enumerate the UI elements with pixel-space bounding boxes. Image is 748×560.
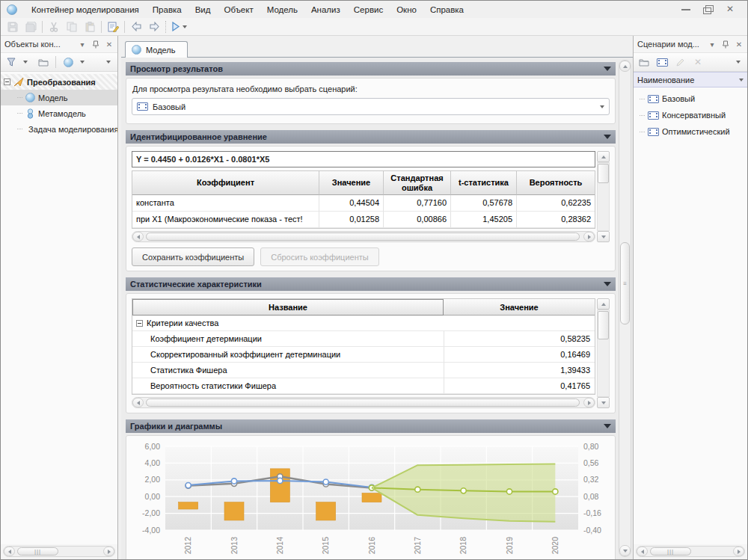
table-cell[interactable]: 0,62235 bbox=[517, 195, 595, 212]
filter-dropdown-arrow[interactable] bbox=[23, 61, 28, 64]
table-cell[interactable]: 0,28362 bbox=[517, 212, 595, 228]
scroll-thumb[interactable] bbox=[146, 233, 580, 241]
scroll-left-button[interactable] bbox=[132, 232, 144, 241]
menu-model[interactable]: Модель bbox=[260, 3, 304, 16]
minimize-button[interactable] bbox=[680, 5, 692, 14]
restore-button[interactable] bbox=[702, 5, 714, 14]
menu-object[interactable]: Объект bbox=[218, 3, 260, 16]
section-charts-header[interactable]: Графики и диаграммы bbox=[126, 419, 616, 433]
collapse-arrow-icon[interactable] bbox=[604, 135, 611, 139]
coefficients-hscrollbar[interactable] bbox=[132, 231, 595, 242]
scenarios-hscrollbar[interactable]: ||| bbox=[636, 546, 745, 557]
folder-button[interactable] bbox=[636, 55, 652, 70]
scroll-right-button[interactable] bbox=[103, 547, 114, 556]
section-stats-header[interactable]: Статистические характеристики bbox=[126, 277, 616, 291]
name-column-header[interactable]: Наименование bbox=[634, 72, 747, 87]
coefficients-vscrollbar[interactable] bbox=[597, 151, 610, 242]
stats-hscrollbar[interactable] bbox=[132, 397, 595, 408]
scroll-thumb[interactable]: ||| bbox=[17, 547, 58, 556]
pin-icon[interactable] bbox=[721, 40, 730, 49]
save-all-button[interactable] bbox=[22, 19, 40, 34]
objects-hscrollbar[interactable]: ||| bbox=[3, 546, 115, 557]
scroll-up-button[interactable] bbox=[597, 298, 610, 310]
scroll-down-button[interactable] bbox=[619, 545, 631, 556]
table-cell[interactable]: 0,44504 bbox=[319, 195, 384, 212]
toolbar-overflow-arrow[interactable] bbox=[106, 61, 111, 64]
collapse-arrow-icon[interactable] bbox=[604, 67, 611, 71]
menu-edit[interactable]: Правка bbox=[146, 3, 188, 16]
table-cell[interactable]: 0,57678 bbox=[451, 195, 517, 212]
panel-close-icon[interactable]: ✕ bbox=[105, 40, 114, 49]
scroll-track[interactable]: ≡ bbox=[619, 73, 631, 544]
scenario-item-base[interactable]: Базовый bbox=[634, 90, 747, 107]
save-button[interactable] bbox=[4, 19, 22, 34]
panel-close-icon[interactable]: ✕ bbox=[735, 40, 744, 49]
scroll-left-button[interactable] bbox=[637, 547, 648, 556]
table-cell[interactable]: константа bbox=[132, 195, 319, 212]
cut-button[interactable] bbox=[45, 19, 63, 34]
panel-menu-arrow-icon[interactable]: ▾ bbox=[708, 40, 717, 49]
scroll-up-button[interactable] bbox=[597, 151, 610, 162]
delete-scenario-button[interactable]: ✕ bbox=[690, 55, 706, 70]
menu-analysis[interactable]: Анализ bbox=[304, 3, 347, 16]
collapse-arrow-icon[interactable] bbox=[604, 424, 611, 428]
scenario-item-conservative[interactable]: Консервативный bbox=[634, 107, 747, 123]
collapse-icon[interactable] bbox=[4, 79, 10, 85]
menu-view[interactable]: Вид bbox=[188, 3, 218, 16]
scroll-left-button[interactable] bbox=[132, 398, 144, 407]
filter-button[interactable] bbox=[3, 55, 19, 70]
scroll-thumb[interactable] bbox=[146, 399, 580, 407]
col-header[interactable]: Вероятность bbox=[517, 171, 595, 195]
toolbar-overflow-arrow[interactable] bbox=[736, 61, 741, 64]
stats-value[interactable]: 0,58235 bbox=[444, 331, 595, 347]
folder-button[interactable] bbox=[35, 55, 52, 70]
copy-button[interactable] bbox=[63, 19, 81, 34]
add-scenario-button[interactable] bbox=[654, 55, 670, 70]
tree-item-metamodel[interactable]: Метамодель bbox=[1, 105, 117, 121]
col-header[interactable]: Название bbox=[132, 299, 444, 316]
menu-service[interactable]: Сервис bbox=[347, 3, 390, 16]
table-cell[interactable]: 0,00866 bbox=[384, 212, 451, 228]
model-view-dropdown-arrow[interactable] bbox=[80, 61, 85, 64]
col-header[interactable]: t-статистика bbox=[451, 171, 517, 195]
collapse-arrow-icon[interactable] bbox=[604, 282, 611, 286]
tree-item-modeling-task[interactable]: Задача моделирования bbox=[1, 121, 117, 137]
table-cell[interactable]: 0,01258 bbox=[319, 212, 384, 228]
back-button[interactable] bbox=[127, 19, 145, 34]
paste-button[interactable] bbox=[81, 19, 99, 34]
section-results-header[interactable]: Просмотр результатов bbox=[126, 62, 616, 76]
tree-item-model[interactable]: Модель bbox=[1, 90, 117, 105]
stats-value[interactable]: 1,39433 bbox=[444, 363, 595, 378]
pin-icon[interactable] bbox=[91, 40, 100, 49]
scroll-thumb[interactable]: ≡ bbox=[620, 242, 630, 324]
edit-scenario-button[interactable] bbox=[672, 55, 688, 70]
combo-dropdown-arrow[interactable] bbox=[600, 105, 604, 108]
stats-value[interactable]: 0,41765 bbox=[444, 378, 595, 394]
table-cell[interactable]: при X1 (Макроэкономические показа - тест… bbox=[132, 212, 319, 228]
stats-row[interactable]: Статистика Фишера bbox=[132, 363, 444, 378]
scroll-thumb[interactable] bbox=[598, 164, 609, 183]
stats-row[interactable]: Вероятность статистики Фишера bbox=[132, 378, 444, 394]
menu-window[interactable]: Окно bbox=[390, 3, 423, 16]
section-equation-header[interactable]: Идентифицированное уравнение bbox=[126, 130, 616, 144]
col-header[interactable]: Стандартная ошибка bbox=[384, 171, 451, 195]
table-cell[interactable]: 1,45205 bbox=[451, 212, 517, 228]
stats-row[interactable]: Коэффициент детерминации bbox=[132, 331, 444, 347]
scroll-down-button[interactable] bbox=[597, 231, 610, 242]
scroll-track[interactable]: ||| bbox=[649, 547, 732, 556]
run-dropdown-arrow[interactable] bbox=[183, 25, 187, 28]
stats-vscrollbar[interactable] bbox=[597, 298, 610, 408]
col-header[interactable]: Коэффициент bbox=[132, 171, 319, 195]
save-coefficients-button[interactable]: Сохранить коэффициенты bbox=[132, 247, 254, 266]
scroll-down-button[interactable] bbox=[597, 397, 610, 408]
scroll-right-button[interactable] bbox=[733, 547, 744, 556]
scroll-track[interactable] bbox=[597, 310, 610, 397]
scroll-thumb[interactable] bbox=[598, 311, 609, 339]
col-header[interactable]: Значение bbox=[319, 171, 384, 195]
model-view-button[interactable] bbox=[60, 55, 76, 70]
collapse-icon[interactable] bbox=[136, 320, 143, 327]
scenario-combobox[interactable]: Базовый bbox=[132, 98, 610, 115]
scroll-right-button[interactable] bbox=[583, 232, 595, 241]
scroll-track[interactable] bbox=[597, 162, 610, 231]
scroll-right-button[interactable] bbox=[583, 398, 595, 407]
